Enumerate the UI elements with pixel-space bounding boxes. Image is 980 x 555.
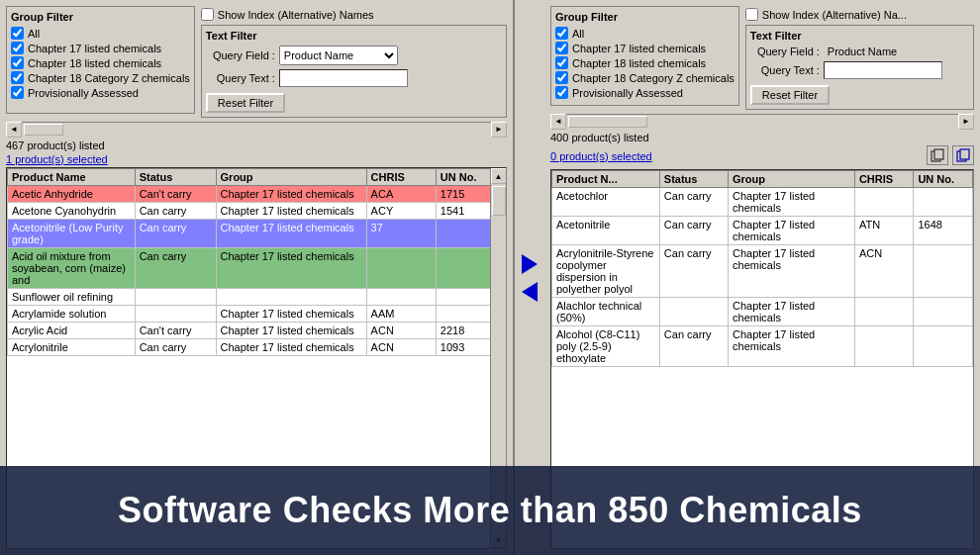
right-hscroll-left-arrow[interactable]: ◄ bbox=[550, 114, 566, 130]
table-row[interactable]: Acetonitrile Can carry Chapter 17 listed… bbox=[552, 217, 973, 245]
right-query-text-input[interactable] bbox=[824, 61, 942, 79]
right-check-all[interactable]: All bbox=[555, 27, 735, 40]
cell-chris bbox=[854, 188, 914, 217]
left-hscroll-track[interactable] bbox=[22, 123, 491, 136]
left-vscroll-thumb[interactable] bbox=[492, 186, 506, 216]
cell-status: Can carry bbox=[135, 203, 216, 220]
right-show-index-input[interactable] bbox=[745, 8, 758, 21]
left-check-ch17-label: Chapter 17 listed chemicals bbox=[28, 43, 161, 54]
right-check-provisional[interactable]: Provisionally Assessed bbox=[555, 86, 735, 99]
right-check-ch18z-input[interactable] bbox=[555, 71, 568, 84]
left-check-ch18z[interactable]: Chapter 18 Category Z chemicals bbox=[11, 71, 190, 84]
table-row[interactable]: Acid oil mixture from soyabean, corn (ma… bbox=[8, 248, 506, 289]
right-text-filter: Text Filter Query Field : Product Name Q… bbox=[745, 25, 974, 110]
right-check-all-label: All bbox=[572, 28, 584, 40]
left-vscroll-up[interactable]: ▲ bbox=[491, 168, 507, 184]
left-check-all[interactable]: All bbox=[11, 27, 190, 40]
export-icon[interactable] bbox=[952, 145, 974, 165]
cell-product: Acetochlor bbox=[552, 188, 660, 217]
right-check-provisional-input[interactable] bbox=[555, 86, 568, 99]
table-row[interactable]: Acrylonitrile-Styrene copolymer dispersi… bbox=[552, 245, 973, 298]
left-group-filter-title: Group Filter bbox=[11, 11, 190, 23]
left-check-provisional[interactable]: Provisionally Assessed bbox=[11, 86, 190, 99]
cell-product: Acrylic Acid bbox=[8, 323, 136, 339]
arrow-right-icon bbox=[522, 254, 538, 274]
left-query-field-select[interactable]: Product Name Status Group CHRIS UN No. bbox=[279, 46, 398, 65]
cell-product: Alachlor technical (50%) bbox=[552, 298, 660, 326]
left-check-ch17[interactable]: Chapter 17 listed chemicals bbox=[11, 42, 190, 54]
right-reset-button[interactable]: Reset Filter bbox=[750, 85, 830, 105]
right-check-ch18z[interactable]: Chapter 18 Category Z chemicals bbox=[555, 71, 735, 84]
left-table-header-row: Product Name Status Group CHRIS UN No. bbox=[8, 169, 506, 186]
right-text-filter-title: Text Filter bbox=[750, 30, 969, 42]
cell-unno bbox=[914, 188, 973, 217]
left-hscrollbar[interactable]: ◄ ► bbox=[6, 122, 507, 136]
right-query-text-row: Query Text : bbox=[750, 61, 969, 79]
left-hscroll-left-arrow[interactable]: ◄ bbox=[6, 122, 22, 138]
table-row[interactable]: Alcohol (C8-C11) poly (2.5-9) ethoxylate… bbox=[552, 326, 973, 367]
table-row[interactable]: Alachlor technical (50%) Chapter 17 list… bbox=[552, 298, 973, 326]
table-row[interactable]: Acrylonitrile Can carry Chapter 17 liste… bbox=[8, 339, 506, 356]
right-selected-link[interactable]: 0 product(s) selected bbox=[550, 150, 652, 162]
right-show-index-label: Show Index (Alternative) Na... bbox=[762, 9, 907, 21]
table-row[interactable]: Acrylamide solution Chapter 17 listed ch… bbox=[8, 306, 506, 323]
table-row[interactable]: Acetochlor Can carry Chapter 17 listed c… bbox=[552, 188, 973, 217]
right-check-all-input[interactable] bbox=[555, 27, 568, 40]
cell-unno bbox=[914, 298, 973, 326]
left-check-all-input[interactable] bbox=[11, 27, 24, 40]
left-hscroll-thumb[interactable] bbox=[24, 124, 63, 136]
right-table-header-row: Product N... Status Group CHRIS UN No. bbox=[552, 171, 973, 188]
left-controls-row: Group Filter All Chapter 17 listed chemi… bbox=[6, 6, 507, 118]
left-hscroll-right-arrow[interactable]: ► bbox=[491, 122, 507, 138]
right-check-ch18-input[interactable] bbox=[555, 56, 568, 69]
right-table: Product N... Status Group CHRIS UN No. A… bbox=[551, 170, 973, 367]
left-check-all-label: All bbox=[28, 28, 40, 40]
svg-rect-3 bbox=[960, 149, 969, 159]
right-show-index[interactable]: Show Index (Alternative) Na... bbox=[745, 8, 974, 21]
cell-status bbox=[135, 306, 216, 323]
right-query-field-value: Product Name bbox=[824, 46, 897, 57]
table-row[interactable]: Acrylic Acid Can't carry Chapter 17 list… bbox=[8, 323, 506, 339]
right-hscroll-right-arrow[interactable]: ► bbox=[958, 114, 974, 130]
left-check-ch17-input[interactable] bbox=[11, 42, 24, 54]
table-row[interactable]: Sunflower oil refining bbox=[8, 289, 506, 306]
cell-chris: ACN bbox=[366, 339, 436, 356]
left-check-ch18z-input[interactable] bbox=[11, 71, 24, 84]
right-check-ch17[interactable]: Chapter 17 listed chemicals bbox=[555, 42, 735, 54]
table-row[interactable]: Acetonitrile (Low Purity grade) Can carr… bbox=[8, 220, 506, 248]
cell-group: Chapter 17 listed chemicals bbox=[729, 326, 855, 367]
left-show-index[interactable]: Show Index (Alternative) Names bbox=[201, 8, 507, 21]
right-query-text-label: Query Text : bbox=[750, 64, 820, 76]
cell-status: Can carry bbox=[659, 188, 728, 217]
cell-group: Chapter 17 listed chemicals bbox=[216, 186, 366, 203]
left-status-bar: 467 product(s) listed bbox=[6, 139, 507, 151]
left-col-group: Group bbox=[216, 169, 366, 186]
cell-product: Acid oil mixture from soyabean, corn (ma… bbox=[8, 248, 136, 289]
right-query-field-row: Query Field : Product Name bbox=[750, 46, 969, 57]
right-hscroll-track[interactable] bbox=[566, 115, 958, 128]
right-group-filter: Group Filter All Chapter 17 listed chemi… bbox=[550, 6, 739, 106]
left-query-text-input[interactable] bbox=[279, 69, 408, 87]
cell-group: Chapter 17 listed chemicals bbox=[216, 203, 366, 220]
left-check-ch18[interactable]: Chapter 18 listed chemicals bbox=[11, 56, 190, 69]
cell-status: Can't carry bbox=[135, 323, 216, 339]
right-check-ch18[interactable]: Chapter 18 listed chemicals bbox=[555, 56, 735, 69]
table-row[interactable]: Acetone Cyanohydrin Can carry Chapter 17… bbox=[8, 203, 506, 220]
arrow-left-icon bbox=[522, 282, 538, 302]
left-check-ch18-input[interactable] bbox=[11, 56, 24, 69]
cell-unno: 1648 bbox=[914, 217, 973, 245]
table-row[interactable]: Acetic Anhydride Can't carry Chapter 17 … bbox=[8, 186, 506, 203]
cell-chris bbox=[366, 248, 436, 289]
banner-text: Software Checks More than 850 Chemicals bbox=[118, 490, 862, 531]
right-check-ch17-input[interactable] bbox=[555, 42, 568, 54]
left-group-filter: Group Filter All Chapter 17 listed chemi… bbox=[6, 6, 195, 114]
left-reset-button[interactable]: Reset Filter bbox=[206, 93, 285, 113]
copy-icon[interactable] bbox=[927, 145, 948, 165]
left-show-index-input[interactable] bbox=[201, 8, 214, 21]
right-query-field-label: Query Field : bbox=[750, 46, 820, 57]
right-hscroll-thumb[interactable] bbox=[568, 116, 647, 128]
left-check-provisional-input[interactable] bbox=[11, 86, 24, 99]
left-selected-link[interactable]: 1 product(s) selected bbox=[6, 153, 108, 165]
right-hscrollbar[interactable]: ◄ ► bbox=[550, 114, 974, 128]
cell-group: Chapter 17 listed chemicals bbox=[729, 298, 855, 326]
